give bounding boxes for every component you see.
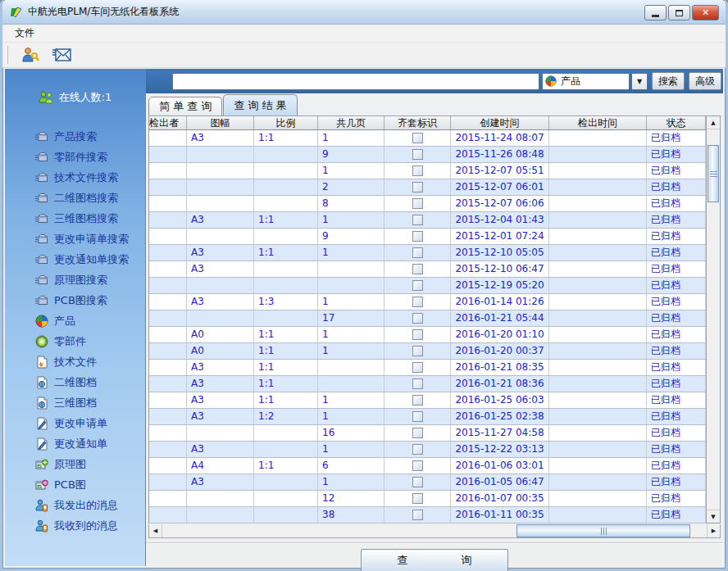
column-header[interactable]: 齐套标识 xyxy=(384,116,451,129)
table-row[interactable]: 82015-12-07 06:06已归档 xyxy=(149,196,706,212)
kit-flag-checkbox[interactable] xyxy=(412,477,423,487)
sidebar-item-messages-sent[interactable]: 我发出的消息 xyxy=(5,495,145,515)
sidebar-item-tech-file-search[interactable]: 技术文件搜索 xyxy=(5,167,145,188)
table-row[interactable]: 12015-12-07 05:51已归档 xyxy=(149,163,706,179)
vertical-scroll-thumb[interactable] xyxy=(708,145,719,202)
horizontal-scroll-thumb[interactable] xyxy=(516,524,690,537)
message-button[interactable] xyxy=(49,44,74,66)
sidebar-item-drawing3d-search[interactable]: 三维图档搜索 xyxy=(5,208,145,229)
kit-flag-checkbox[interactable] xyxy=(412,182,423,193)
search-type-dropdown-button[interactable]: ▼ xyxy=(631,73,648,90)
kit-flag-checkbox[interactable] xyxy=(412,215,423,225)
column-header[interactable]: 检出时间 xyxy=(549,116,647,129)
sidebar-item-messages-received[interactable]: 我收到的消息 xyxy=(5,515,145,536)
title-bar[interactable]: 中航光电PLM/车间无纸化看板系统 ✕ xyxy=(2,0,726,25)
kit-flag-checkbox[interactable] xyxy=(412,198,423,209)
table-row[interactable]: 172016-01-21 05:44已归档 xyxy=(149,310,706,327)
sidebar-item-pcb[interactable]: PCB图 xyxy=(5,474,145,495)
sidebar-item-product[interactable]: 产品 xyxy=(5,310,145,331)
scroll-down-button[interactable]: ▼ xyxy=(707,510,720,523)
sidebar-item-change-notice[interactable]: 更改通知单 xyxy=(5,433,145,454)
kit-flag-checkbox[interactable] xyxy=(412,264,423,274)
user-login-button[interactable] xyxy=(18,44,43,66)
sidebar-item-pcb-search[interactable]: PCB图搜索 xyxy=(5,290,145,310)
sidebar-item-part-search[interactable]: 零部件搜索 xyxy=(5,147,145,167)
table-row[interactable]: A01:112016-01-20 00:37已归档 xyxy=(149,343,706,360)
table-row[interactable]: A31:112015-11-24 08:07已归档 xyxy=(149,130,706,147)
kit-flag-checkbox[interactable] xyxy=(412,444,423,455)
advanced-button[interactable]: 高级 xyxy=(689,72,721,90)
scroll-right-button[interactable]: ▶ xyxy=(707,524,720,537)
table-row[interactable]: A31:12016-01-21 08:35已归档 xyxy=(149,360,706,376)
kit-flag-checkbox[interactable] xyxy=(412,280,423,291)
tab-query-result[interactable]: 查 询 结 果 xyxy=(223,94,297,116)
table-row[interactable]: A32015-12-10 06:47已归档 xyxy=(149,261,706,278)
table-row[interactable]: 92015-11-26 08:48已归档 xyxy=(149,147,706,163)
search-input[interactable] xyxy=(172,73,539,90)
kit-flag-checkbox[interactable] xyxy=(412,346,423,356)
query-button[interactable]: 查 询 xyxy=(361,549,508,571)
kit-flag-checkbox[interactable] xyxy=(412,395,423,406)
vertical-scrollbar[interactable]: ▲ ▼ xyxy=(706,116,720,523)
kit-flag-checkbox[interactable] xyxy=(412,428,423,438)
menu-file[interactable]: 文件 xyxy=(10,25,39,42)
search-button[interactable]: 搜索 xyxy=(652,72,685,90)
sidebar-item-tech-file[interactable]: 技术文件 xyxy=(5,351,145,372)
sidebar-item-schematic-search[interactable]: 原理图搜索 xyxy=(5,270,145,290)
sidebar-item-drawing3d[interactable]: 三维图档 xyxy=(5,392,145,413)
column-header[interactable]: 比例 xyxy=(254,116,318,129)
table-row[interactable]: A312015-12-22 03:13已归档 xyxy=(149,442,706,458)
close-button[interactable]: ✕ xyxy=(692,5,719,20)
table-row[interactable]: A31:312016-01-14 01:26已归档 xyxy=(149,294,706,310)
column-header[interactable]: 共几页 xyxy=(318,116,384,129)
horizontal-scrollbar[interactable]: ◀ ▶ xyxy=(148,524,721,538)
sidebar-item-schematic[interactable]: 原理图 xyxy=(5,454,145,474)
kit-flag-checkbox[interactable] xyxy=(412,149,423,160)
kit-flag-checkbox[interactable] xyxy=(412,247,423,258)
kit-flag-checkbox[interactable] xyxy=(412,313,423,324)
minimize-button[interactable] xyxy=(644,5,667,20)
scroll-left-button[interactable]: ◀ xyxy=(149,524,162,537)
table-row[interactable]: 22015-12-07 06:01已归档 xyxy=(149,179,706,196)
table-row[interactable]: A31:12016-01-21 08:36已归档 xyxy=(149,376,706,392)
sidebar-item-product-search[interactable]: 产品搜索 xyxy=(5,126,145,147)
table-row[interactable]: 2015-12-19 05:20已归档 xyxy=(149,278,706,294)
sidebar-item-change-request[interactable]: 更改申请单 xyxy=(5,413,145,433)
table-row[interactable]: 382016-01-11 00:35已归档 xyxy=(149,507,706,523)
column-header[interactable]: 检出者 xyxy=(149,116,187,129)
maximize-button[interactable] xyxy=(668,5,690,20)
table-row[interactable]: A31:112016-01-25 06:03已归档 xyxy=(149,392,706,409)
kit-flag-checkbox[interactable] xyxy=(412,362,423,373)
table-row[interactable]: A31:212016-01-25 02:38已归档 xyxy=(149,409,706,425)
table-row[interactable]: A312016-01-05 06:47已归档 xyxy=(149,474,706,491)
scroll-up-button[interactable]: ▲ xyxy=(707,116,720,129)
column-header[interactable]: 状态 xyxy=(647,116,706,129)
horizontal-scroll-track[interactable] xyxy=(162,524,707,537)
sidebar-item-part[interactable]: 零部件 xyxy=(5,331,145,351)
column-header[interactable]: 创建时间 xyxy=(451,116,549,129)
kit-flag-checkbox[interactable] xyxy=(412,493,423,504)
kit-flag-checkbox[interactable] xyxy=(412,460,423,471)
table-row[interactable]: 92015-12-01 07:24已归档 xyxy=(149,229,706,245)
sidebar-item-drawing2d-search[interactable]: 二维图档搜索 xyxy=(5,188,145,208)
kit-flag-checkbox[interactable] xyxy=(412,231,423,242)
kit-flag-checkbox[interactable] xyxy=(412,510,423,520)
kit-flag-checkbox[interactable] xyxy=(412,133,423,143)
sidebar-item-change-notice-search[interactable]: 更改通知单搜索 xyxy=(5,249,145,270)
table-row[interactable]: A31:112015-12-04 01:43已归档 xyxy=(149,212,706,229)
kit-flag-checkbox[interactable] xyxy=(412,378,423,389)
table-row[interactable]: A01:112016-01-20 01:10已归档 xyxy=(149,327,706,343)
kit-flag-checkbox[interactable] xyxy=(412,411,423,422)
table-row[interactable]: A41:162016-01-06 03:01已归档 xyxy=(149,458,706,474)
column-header[interactable]: 图幅 xyxy=(187,116,254,129)
sidebar-item-change-request-search[interactable]: 更改申请单搜索 xyxy=(5,229,145,249)
table-row[interactable]: A31:112015-12-10 05:05已归档 xyxy=(149,245,706,261)
search-type-select[interactable]: 产品 xyxy=(542,73,629,90)
kit-flag-checkbox[interactable] xyxy=(412,329,423,340)
kit-flag-checkbox[interactable] xyxy=(412,297,423,307)
kit-flag-checkbox[interactable] xyxy=(412,165,423,176)
table-row[interactable]: 122016-01-07 00:35已归档 xyxy=(149,491,706,507)
tab-simple-query[interactable]: 简 单 查 询 xyxy=(148,97,222,116)
table-row[interactable]: 162015-11-27 04:58已归档 xyxy=(149,425,706,442)
sidebar-item-drawing2d[interactable]: 二维图档 xyxy=(5,372,145,392)
